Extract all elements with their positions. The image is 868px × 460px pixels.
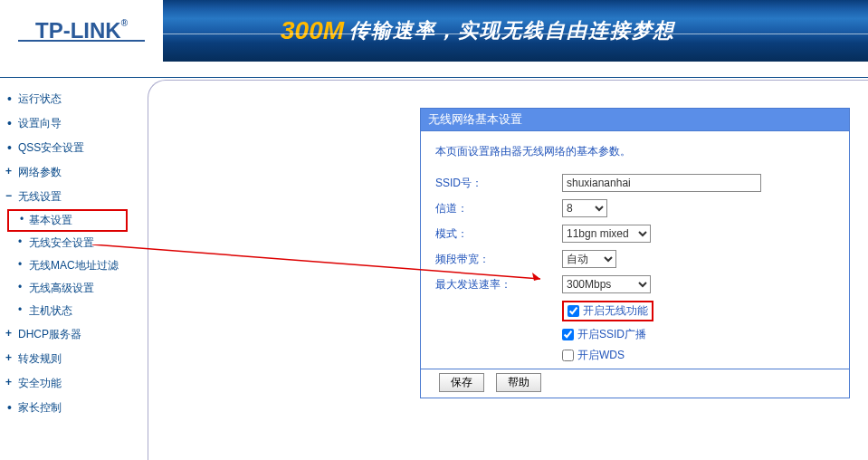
panel-intro: 本页面设置路由器无线网络的基本参数。	[435, 144, 835, 159]
sidebar-item-forwarding[interactable]: 转发规则	[7, 347, 131, 371]
logo-section: TP-LINK®	[0, 0, 163, 62]
sidebar-item-wireless-security[interactable]: 无线安全设置	[7, 232, 131, 254]
banner-text: 传输速率，实现无线自由连接梦想	[349, 17, 675, 44]
maxrate-select[interactable]: 300Mbps	[562, 275, 651, 293]
ssid-input[interactable]	[562, 174, 761, 192]
enable-ssid-checkbox[interactable]	[562, 329, 574, 340]
banner: 300M 传输速率，实现无线自由连接梦想	[163, 0, 868, 62]
enable-wds-label: 开启WDS	[577, 348, 625, 363]
sidebar-item-wizard[interactable]: 设置向导	[7, 111, 131, 136]
sidebar-item-wireless[interactable]: 无线设置	[7, 185, 131, 209]
channel-select[interactable]: 8	[562, 199, 607, 217]
sidebar-item-mac-filter[interactable]: 无线MAC地址过滤	[7, 254, 131, 277]
sidebar-item-qss[interactable]: QSS安全设置	[7, 136, 131, 160]
settings-panel: 无线网络基本设置 本页面设置路由器无线网络的基本参数。 SSID号： 信道： 8…	[420, 108, 850, 398]
help-button[interactable]: 帮助	[496, 373, 541, 392]
sidebar-item-parental[interactable]: 家长控制	[7, 396, 131, 420]
save-button[interactable]: 保存	[439, 373, 484, 392]
ssid-label: SSID号：	[435, 176, 562, 191]
sidebar-item-security[interactable]: 安全功能	[7, 371, 131, 396]
sub-bar	[0, 62, 868, 78]
sidebar: 运行状态 设置向导 QSS安全设置 网络参数 无线设置 基本设置 无线安全设置 …	[0, 78, 131, 420]
enable-wireless-checkbox[interactable]	[568, 305, 579, 317]
sidebar-item-network[interactable]: 网络参数	[7, 160, 131, 185]
mode-select[interactable]: 11bgn mixed	[562, 225, 651, 243]
sidebar-item-host-status[interactable]: 主机状态	[7, 300, 131, 322]
banner-prefix: 300M	[281, 16, 344, 45]
enable-wireless-label: 开启无线功能	[583, 303, 648, 319]
mode-label: 模式：	[435, 226, 562, 242]
bandwidth-select[interactable]: 自动	[562, 250, 616, 268]
sidebar-item-basic-settings[interactable]: 基本设置	[7, 209, 128, 232]
panel-title: 无线网络基本设置	[420, 108, 850, 131]
sidebar-item-status[interactable]: 运行状态	[7, 87, 131, 111]
enable-wds-checkbox[interactable]	[562, 350, 574, 361]
sidebar-item-dhcp[interactable]: DHCP服务器	[7, 322, 131, 347]
bandwidth-label: 频段带宽：	[435, 252, 562, 267]
maxrate-label: 最大发送速率：	[435, 277, 562, 292]
sidebar-item-wireless-advanced[interactable]: 无线高级设置	[7, 277, 131, 300]
channel-label: 信道：	[435, 201, 562, 216]
header: TP-LINK® 300M 传输速率，实现无线自由连接梦想	[0, 0, 868, 62]
enable-ssid-label: 开启SSID广播	[577, 327, 646, 342]
